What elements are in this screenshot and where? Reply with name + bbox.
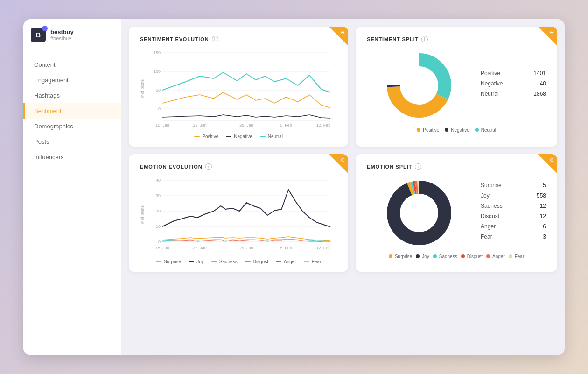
svg-point-17	[400, 67, 438, 104]
sidebar-item-sentiment[interactable]: Sentiment	[23, 103, 121, 119]
sentiment-split-title: SENTIMENT SPLIT i	[367, 36, 546, 42]
legend-esplit-surprise: Surprise	[389, 254, 412, 259]
emotion-evolution-card: ⊕ EMOTION EVOLUTION i # of posts	[129, 154, 348, 272]
sidebar-item-influencers[interactable]: Influencers	[23, 149, 121, 165]
sidebar-item-hashtags[interactable]: Hashtags	[23, 88, 121, 103]
svg-text:5. Feb: 5. Feb	[280, 246, 292, 250]
avatar: B	[31, 28, 46, 42]
svg-text:15. Jan: 15. Jan	[155, 246, 169, 250]
emotion-stats: Surprise 5 Joy 558 Sadness 12 Disgust	[481, 182, 546, 244]
sentiment-evolution-legend: Positive Negative Neutral	[140, 134, 337, 139]
info-icon-2[interactable]: i	[421, 36, 428, 42]
sentiment-evolution-title: SENTIMENT EVOLUTION i	[140, 36, 337, 42]
emotion-row: ⊕ EMOTION EVOLUTION i # of posts	[129, 154, 557, 272]
sentiment-line-svg: 150 100 50 0 15. Jan 22.	[147, 48, 337, 127]
stat-neutral: Neutral 1868	[481, 91, 546, 97]
brand-info: bestbuy #bestbuy	[50, 28, 74, 41]
sentiment-split-legend: Positive Negative Neutral	[367, 127, 546, 133]
sentiment-evolution-chart: # of posts 150 100 50	[140, 48, 337, 129]
stat-surprise: Surprise 5	[481, 182, 546, 189]
chart-svg-area: 150 100 50 0 15. Jan 22.	[147, 48, 337, 129]
legend-esplit-joy: Joy	[416, 254, 429, 259]
legend-anger: Anger	[276, 259, 296, 264]
y-axis-label: # of posts	[140, 79, 145, 98]
svg-text:0: 0	[158, 106, 161, 111]
stat-anger: Anger 6	[481, 223, 546, 230]
sidebar-item-posts[interactable]: Posts	[23, 134, 121, 149]
sidebar-item-content[interactable]: Content	[23, 57, 121, 72]
sidebar-item-engagement[interactable]: Engagement	[23, 72, 121, 88]
svg-text:22. Jan: 22. Jan	[193, 123, 207, 127]
emotion-line-svg: 40 30 20 10 0	[147, 176, 337, 253]
brand-name: bestbuy	[50, 28, 74, 35]
legend-esplit-anger: Anger	[486, 254, 505, 259]
sidebar-item-demographics[interactable]: Demographics	[23, 119, 121, 134]
stat-negative: Negative 40	[481, 80, 546, 87]
y-axis-label-emotion: # of posts	[140, 205, 145, 224]
svg-text:15. Jan: 15. Jan	[155, 123, 169, 127]
legend-neutral: Neutral	[260, 134, 283, 139]
svg-text:10: 10	[156, 224, 161, 229]
brand-handle: #bestbuy	[50, 35, 74, 41]
sentiment-split-content: Positive 1401 Negative 40 Neutral 1868	[367, 48, 546, 123]
app-container: B bestbuy #bestbuy Content Engagement Ha…	[23, 19, 565, 355]
legend-fear: Fear	[304, 259, 322, 264]
legend-esplit-disgust: Disgust	[461, 254, 483, 259]
sidebar: B bestbuy #bestbuy Content Engagement Ha…	[23, 19, 121, 355]
legend-surprise: Surprise	[156, 259, 181, 264]
emotion-evolution-chart: # of posts 40 30 20	[140, 176, 337, 254]
svg-point-39	[400, 194, 438, 232]
stat-sadness: Sadness 12	[481, 203, 546, 209]
stat-disgust: Disgust 12	[481, 213, 546, 219]
zoom-icon[interactable]: ⊕	[341, 29, 345, 35]
emotion-donut-svg	[382, 176, 456, 250]
svg-text:50: 50	[156, 88, 161, 92]
emotion-evolution-legend: Surprise Joy Sadness Disgust	[140, 259, 337, 264]
svg-text:0: 0	[158, 240, 161, 244]
stat-fear: Fear 3	[481, 233, 546, 240]
emotion-split-title: EMOTION SPLIT i	[367, 163, 546, 170]
legend-split-neutral: Neutral	[475, 127, 496, 133]
donut-wrapper-sentiment	[367, 48, 471, 123]
svg-text:29. Jan: 29. Jan	[239, 246, 253, 250]
sidebar-header: B bestbuy #bestbuy	[23, 19, 121, 49]
svg-text:20: 20	[156, 209, 161, 213]
info-icon-3[interactable]: i	[205, 163, 212, 170]
sentiment-donut-svg	[382, 48, 456, 123]
legend-esplit-sadness: Sadness	[433, 254, 457, 259]
svg-text:40: 40	[156, 178, 161, 183]
legend-joy: Joy	[189, 259, 204, 264]
sentiment-evolution-card: ⊕ SENTIMENT EVOLUTION i # of posts	[129, 27, 348, 147]
legend-positive: Positive	[194, 134, 218, 139]
svg-text:30: 30	[156, 193, 161, 198]
emotion-split-card: ⊕ EMOTION SPLIT i	[356, 154, 557, 272]
legend-negative: Negative	[226, 134, 252, 139]
donut-wrapper-emotion	[367, 176, 471, 250]
svg-text:150: 150	[154, 50, 161, 55]
emotion-evolution-title: EMOTION EVOLUTION i	[140, 163, 337, 170]
svg-text:100: 100	[154, 69, 161, 74]
sentiment-split-card: ⊕ SENTIMENT SPLIT i	[356, 27, 557, 147]
svg-text:12. Feb: 12. Feb	[316, 123, 331, 127]
legend-split-positive: Positive	[417, 127, 439, 133]
svg-text:12. Feb: 12. Feb	[316, 246, 331, 250]
zoom-icon-4[interactable]: ⊕	[550, 157, 554, 163]
stat-positive: Positive 1401	[481, 70, 546, 77]
avatar-badge	[42, 26, 48, 31]
info-icon-4[interactable]: i	[415, 163, 421, 170]
svg-text:29. Jan: 29. Jan	[239, 123, 253, 127]
sentiment-row: ⊕ SENTIMENT EVOLUTION i # of posts	[129, 27, 557, 147]
legend-sadness: Sadness	[211, 259, 238, 264]
info-icon[interactable]: i	[212, 36, 218, 42]
sidebar-nav: Content Engagement Hashtags Sentiment De…	[23, 49, 121, 355]
legend-esplit-fear: Fear	[509, 254, 525, 259]
zoom-icon-3[interactable]: ⊕	[341, 157, 345, 163]
emotion-svg-area: 40 30 20 10 0	[147, 176, 337, 254]
emotion-split-content: Surprise 5 Joy 558 Sadness 12 Disgust	[367, 176, 546, 250]
legend-disgust: Disgust	[245, 259, 268, 264]
zoom-icon-2[interactable]: ⊕	[550, 29, 554, 35]
svg-text:5. Feb: 5. Feb	[280, 123, 292, 127]
legend-split-negative: Negative	[445, 127, 469, 133]
sentiment-stats: Positive 1401 Negative 40 Neutral 1868	[481, 70, 546, 101]
svg-text:22. Jan: 22. Jan	[193, 246, 207, 250]
